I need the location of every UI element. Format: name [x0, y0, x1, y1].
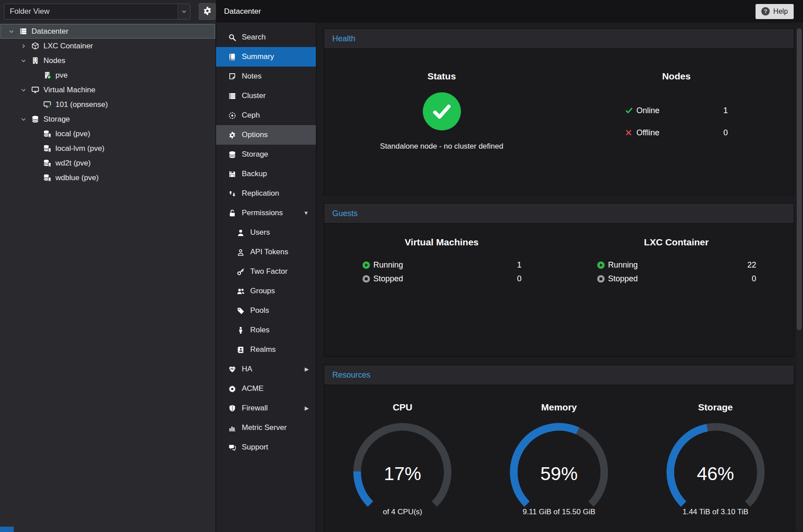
tree-item-datacenter[interactable]: Datacenter — [0, 24, 215, 39]
menu-item-groups[interactable]: Groups — [216, 281, 316, 301]
scrollbar-thumb[interactable] — [797, 28, 802, 330]
menu-item-label: Metric Server — [242, 423, 287, 432]
menu-item-ha[interactable]: HA▶ — [216, 359, 316, 379]
selected-node-title: Datacenter — [224, 7, 261, 16]
tree-item-pve[interactable]: pve — [0, 68, 215, 83]
menu-item-label: Notes — [242, 72, 261, 81]
search-icon — [228, 33, 236, 42]
chevron-down-icon[interactable] — [177, 4, 190, 19]
top-toolbar: Folder View Datacenter ? Help — [0, 0, 803, 23]
tree-item-label: Nodes — [43, 56, 65, 65]
tree-item-local-lvm-pve[interactable]: local-lvm (pve) — [0, 141, 215, 156]
check-icon — [625, 106, 637, 114]
gauge-caption: of 4 CPU(s) — [324, 508, 481, 516]
menu-item-summary[interactable]: Summary — [216, 47, 316, 67]
monitor-icon — [31, 86, 39, 94]
summary-content: Health Status Standalone node - no clust… — [316, 23, 803, 532]
tree-settings-button[interactable] — [199, 3, 216, 20]
burst-icon — [228, 385, 236, 393]
menu-item-firewall[interactable]: Firewall▶ — [216, 398, 316, 418]
tree-item-label: Storage — [43, 115, 70, 124]
menu-item-ceph[interactable]: Ceph — [216, 106, 316, 125]
play-icon — [597, 261, 608, 269]
view-mode-select[interactable]: Folder View — [4, 4, 190, 20]
database-drive-icon — [43, 144, 51, 153]
chevron-down-icon[interactable] — [21, 117, 31, 122]
user-o-icon — [236, 248, 245, 256]
tree-item-label: local-lvm (pve) — [55, 144, 105, 153]
menu-item-permissions[interactable]: Permissions▼ — [216, 203, 316, 223]
gauge-arc: 46% — [660, 418, 771, 507]
menu-item-two-factor[interactable]: Two Factor — [216, 262, 316, 281]
tree-item-101-opnsense[interactable]: 101 (opnsense) — [0, 97, 215, 112]
guests-panel: Guests Virtual Machines Running1Stopped0… — [324, 203, 794, 357]
tree-item-lxc-container[interactable]: LXC Container — [0, 39, 215, 53]
nodes-column: Nodes Online1Offline0 — [559, 49, 794, 195]
menu-item-options[interactable]: Options — [216, 125, 316, 145]
resource-tree: DatacenterLXC ContainerNodespveVirtual M… — [0, 23, 216, 532]
menu-item-acme[interactable]: ACME — [216, 379, 316, 398]
resources-panel-header: Resources — [324, 365, 794, 385]
menu-item-api-tokens[interactable]: API Tokens — [216, 242, 316, 262]
chevron-down-icon[interactable] — [9, 29, 19, 34]
chevron-right-icon[interactable] — [21, 43, 31, 49]
tree-item-local-pve[interactable]: local (pve) — [0, 126, 215, 141]
gauge-caption: 1.44 TiB of 3.10 TiB — [637, 508, 794, 516]
tree-item-wd2t-pve[interactable]: wd2t (pve) — [0, 156, 215, 170]
menu-item-notes[interactable]: Notes — [216, 67, 316, 86]
ceph-icon — [228, 111, 236, 120]
tree-item-virtual-machine[interactable]: Virtual Machine — [0, 83, 215, 97]
menu-item-replication[interactable]: Replication — [216, 184, 316, 203]
help-label: Help — [773, 8, 788, 16]
stat-row-running: Running1 — [362, 258, 522, 272]
nodes-heading: Nodes — [559, 71, 794, 82]
health-panel-title: Health — [332, 34, 355, 43]
cluster-status-message: Standalone node - no cluster defined — [324, 142, 559, 151]
book-icon — [228, 53, 236, 61]
tree-item-label: Virtual Machine — [43, 86, 95, 95]
menu-item-roles[interactable]: Roles — [216, 320, 316, 340]
chevron-down-icon[interactable] — [21, 87, 31, 93]
database-drive-icon — [43, 159, 51, 167]
tree-item-wdblue-pve[interactable]: wdblue (pve) — [0, 170, 215, 185]
menu-item-label: Search — [242, 33, 266, 42]
stat-label: Online — [637, 106, 660, 115]
gauge-caption: 9.11 GiB of 15.50 GiB — [481, 508, 638, 516]
menu-item-label: Firewall — [242, 404, 268, 413]
guests-panel-header: Guests — [324, 203, 794, 224]
chevron-down-icon[interactable] — [21, 58, 31, 63]
shield-icon — [228, 404, 236, 413]
stat-label: Running — [374, 260, 403, 270]
menu-item-cluster[interactable]: Cluster — [216, 86, 316, 106]
menu-item-realms[interactable]: Realms — [216, 340, 316, 359]
tree-item-label: Datacenter — [31, 27, 68, 36]
menu-item-users[interactable]: Users — [216, 223, 316, 242]
gauge-arc: 17% — [347, 418, 458, 507]
tree-item-storage[interactable]: Storage — [0, 112, 215, 126]
menu-item-metric-server[interactable]: Metric Server — [216, 418, 316, 437]
menu-item-search[interactable]: Search — [216, 28, 316, 47]
help-button[interactable]: ? Help — [756, 4, 794, 19]
menu-item-backup[interactable]: Backup — [216, 164, 316, 184]
menu-item-label: Realms — [250, 345, 276, 354]
guests-panel-title: Guests — [332, 209, 358, 218]
menu-item-label: Cluster — [242, 91, 266, 100]
stat-label: Stopped — [608, 274, 638, 284]
vertical-scrollbar[interactable] — [797, 28, 802, 532]
tree-item-label: LXC Container — [43, 42, 93, 51]
question-icon: ? — [761, 7, 770, 16]
tree-item-nodes[interactable]: Nodes — [0, 53, 215, 68]
gauge-percent: 46% — [660, 463, 771, 485]
menu-item-pools[interactable]: Pools — [216, 301, 316, 320]
monitor-play-icon — [43, 100, 51, 109]
play-icon — [362, 261, 374, 269]
cross-icon — [625, 129, 637, 136]
resources-panel-title: Resources — [332, 370, 370, 380]
server-icon — [19, 27, 28, 35]
stat-row-stopped: Stopped0 — [362, 272, 522, 286]
menu-item-storage[interactable]: Storage — [216, 145, 316, 164]
tree-toolbar: Folder View — [0, 0, 216, 23]
menu-item-support[interactable]: Support — [216, 437, 316, 457]
tree-item-label: wd2t (pve) — [55, 159, 91, 168]
gauge-cpu: CPU17%of 4 CPU(s) — [324, 385, 481, 532]
